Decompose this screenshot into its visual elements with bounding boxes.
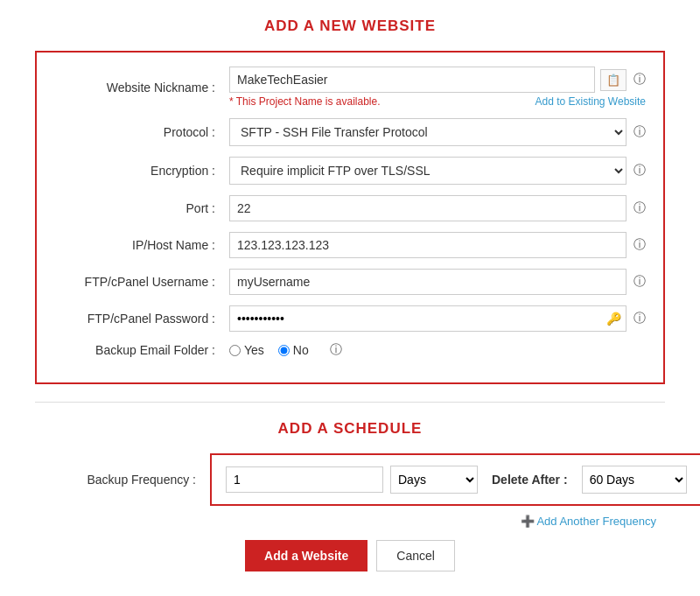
schedule-red-box: Days Hours Weeks Months Delete After : 6… — [210, 453, 700, 506]
schedule-section: ADD A SCHEDULE Backup Frequency : Days H… — [35, 420, 665, 571]
backup-email-control-wrap: Yes No ⓘ — [229, 342, 646, 358]
ip-host-help-icon[interactable]: ⓘ — [634, 237, 646, 253]
nickname-row: Website Nickname : 📋 ⓘ * This Project Na… — [54, 67, 646, 108]
nickname-label: Website Nickname : — [54, 81, 229, 95]
encryption-select[interactable]: Require implicit FTP over TLS/SSL Requir… — [229, 157, 626, 185]
encryption-row: Encryption : Require implicit FTP over T… — [54, 157, 646, 185]
ftp-password-input[interactable] — [229, 305, 626, 332]
protocol-label: Protocol : — [54, 125, 229, 139]
backup-email-no-radio[interactable] — [278, 345, 290, 356]
ftp-username-control-wrap: ⓘ — [229, 269, 646, 295]
ip-host-control-wrap: ⓘ — [229, 232, 646, 258]
ftp-username-row: FTP/cPanel Username : ⓘ — [54, 269, 646, 295]
encryption-control-wrap: Require implicit FTP over TLS/SSL Requir… — [229, 157, 646, 185]
backup-email-yes-radio[interactable] — [229, 345, 241, 356]
protocol-select[interactable]: SFTP - SSH File Transfer Protocol FTP - … — [229, 118, 626, 146]
ip-host-row: IP/Host Name : ⓘ — [54, 232, 646, 258]
website-form-box: Website Nickname : 📋 ⓘ * This Project Na… — [35, 51, 665, 384]
password-visibility-icon[interactable]: 🔑 — [606, 312, 621, 326]
schedule-red-box-wrap: Days Hours Weeks Months Delete After : 6… — [210, 453, 700, 506]
delete-after-label: Delete After : — [492, 473, 568, 487]
paste-icon[interactable]: 📋 — [600, 69, 626, 91]
ftp-password-control-wrap: 🔑 ⓘ — [229, 305, 646, 332]
ftp-password-help-icon[interactable]: ⓘ — [634, 311, 646, 326]
nickname-field-wrap: 📋 ⓘ * This Project Name is available. Ad… — [229, 67, 646, 108]
protocol-help-icon[interactable]: ⓘ — [634, 124, 646, 140]
backup-freq-row: Backup Frequency : Days Hours Weeks Mont… — [35, 453, 665, 506]
protocol-row: Protocol : SFTP - SSH File Transfer Prot… — [54, 118, 646, 146]
ftp-password-label: FTP/cPanel Password : — [54, 312, 229, 326]
ftp-username-label: FTP/cPanel Username : — [54, 275, 229, 289]
ftp-password-row: FTP/cPanel Password : 🔑 ⓘ — [54, 305, 646, 332]
add-another-row: ➕Add Another Frequency — [35, 515, 665, 528]
backup-email-label: Backup Email Folder : — [54, 343, 229, 357]
ip-host-label: IP/Host Name : — [54, 238, 229, 252]
backup-freq-select[interactable]: Days Hours Weeks Months — [390, 466, 478, 494]
delete-after-select[interactable]: 60 Days 30 Days 90 Days Never — [582, 466, 687, 494]
cancel-button[interactable]: Cancel — [376, 540, 455, 571]
ftp-username-help-icon[interactable]: ⓘ — [634, 274, 646, 290]
button-row: Add a Website Cancel — [35, 540, 665, 571]
backup-email-row: Backup Email Folder : Yes No ⓘ — [54, 342, 646, 358]
password-wrap: 🔑 — [229, 305, 626, 332]
backup-freq-label: Backup Frequency : — [35, 473, 210, 487]
port-input[interactable] — [229, 195, 626, 221]
nickname-help-icon[interactable]: ⓘ — [634, 72, 646, 88]
add-another-label: Add Another Frequency — [536, 515, 656, 528]
schedule-section-title: ADD A SCHEDULE — [35, 420, 665, 438]
encryption-label: Encryption : — [54, 164, 229, 178]
add-another-frequency-link[interactable]: ➕Add Another Frequency — [521, 515, 656, 528]
add-website-button[interactable]: Add a Website — [245, 540, 368, 571]
port-row: Port : ⓘ — [54, 195, 646, 221]
backup-email-yes-option[interactable]: Yes — [229, 343, 264, 357]
protocol-control-wrap: SFTP - SSH File Transfer Protocol FTP - … — [229, 118, 646, 146]
port-control-wrap: ⓘ — [229, 195, 646, 221]
nickname-input[interactable] — [229, 67, 595, 93]
port-label: Port : — [54, 201, 229, 215]
ip-host-input[interactable] — [229, 232, 626, 258]
encryption-help-icon[interactable]: ⓘ — [634, 163, 646, 179]
port-help-icon[interactable]: ⓘ — [634, 200, 646, 216]
plus-icon: ➕ — [521, 515, 535, 528]
backup-email-no-option[interactable]: No — [278, 343, 309, 357]
add-existing-website-link[interactable]: Add to Existing Website — [535, 95, 646, 108]
backup-email-help-icon[interactable]: ⓘ — [330, 342, 342, 358]
backup-email-yes-label: Yes — [244, 343, 264, 357]
backup-freq-input[interactable] — [226, 466, 383, 493]
backup-email-radio-group: Yes No ⓘ — [229, 342, 342, 358]
ftp-username-input[interactable] — [229, 269, 626, 295]
website-section-title: ADD A NEW WEBSITE — [35, 18, 665, 35]
nickname-available-text: * This Project Name is available. — [229, 95, 381, 108]
section-divider — [35, 402, 665, 403]
backup-email-no-label: No — [293, 343, 309, 357]
